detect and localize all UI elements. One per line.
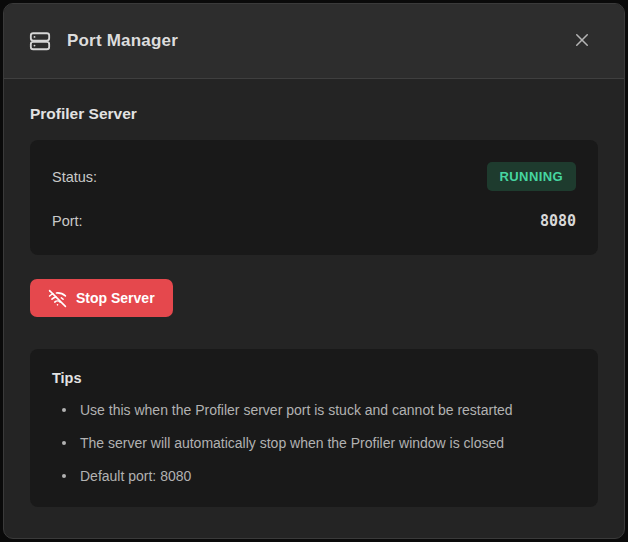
stop-server-button[interactable]: Stop Server [30,279,173,317]
window-title: Port Manager [67,31,178,51]
dialog-body: Profiler Server Status: RUNNING Port: 80… [4,79,624,538]
close-button[interactable] [564,23,600,59]
tips-list: Use this when the Profiler server port i… [62,400,576,486]
port-value: 8080 [540,212,576,230]
tips-heading: Tips [52,370,576,386]
port-manager-dialog: Port Manager Profiler Server Status: RUN… [3,3,625,539]
section-heading: Profiler Server [30,105,598,123]
status-row: Status: RUNNING [52,162,576,191]
tip-item: The server will automatically stop when … [62,433,576,453]
status-panel: Status: RUNNING Port: 8080 [30,140,598,255]
tip-item: Use this when the Profiler server port i… [62,400,576,420]
port-label: Port: [52,213,83,229]
status-label: Status: [52,169,97,185]
stop-server-label: Stop Server [76,290,155,306]
status-badge: RUNNING [487,162,576,191]
wifi-off-icon [48,289,67,308]
close-icon [573,31,591,52]
server-icon [28,29,52,53]
titlebar: Port Manager [4,4,624,79]
tip-item: Default port: 8080 [62,466,576,486]
port-row: Port: 8080 [52,209,576,233]
tips-panel: Tips Use this when the Profiler server p… [30,349,598,507]
